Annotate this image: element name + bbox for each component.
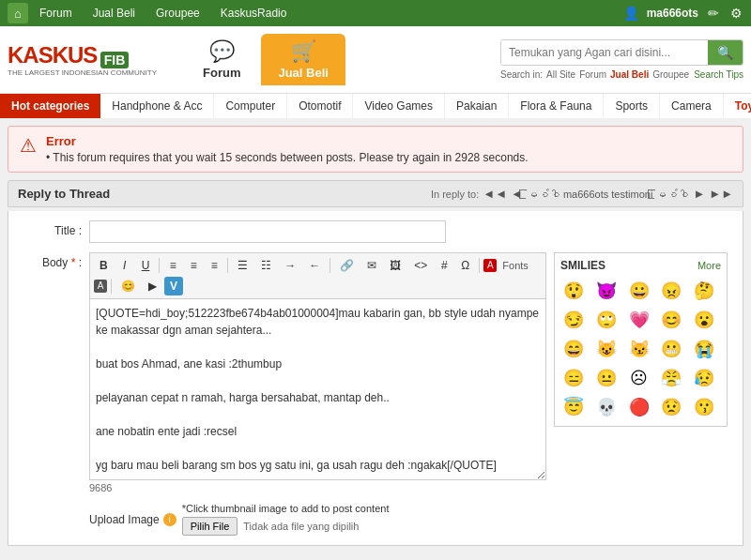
cat-videogames[interactable]: Video Games	[353, 94, 445, 118]
body-colon: :	[79, 256, 82, 269]
hash-button[interactable]: #	[435, 256, 453, 275]
nav-next-next[interactable]: ►►	[709, 187, 733, 201]
smiley-11[interactable]: 😄	[560, 336, 587, 362]
smilies-header: SMILIES More	[560, 259, 721, 272]
italic-button[interactable]: I	[115, 256, 134, 275]
search-area: 🔍 Search in: All Site Forum Jual Beli Gr…	[500, 39, 743, 80]
nav-prev-prev[interactable]: ◄◄	[483, 187, 507, 201]
search-forum[interactable]: Forum	[579, 69, 606, 80]
smiley-9[interactable]: 😊	[658, 307, 684, 333]
home-icon[interactable]: ⌂	[8, 3, 28, 23]
hot-categories-label: Hot categories	[0, 94, 100, 118]
smiley-24[interactable]: 😟	[658, 394, 684, 420]
align-left-button[interactable]: ≡	[163, 256, 182, 275]
smiley-21[interactable]: 😇	[560, 394, 587, 420]
top-navigation: ⌂ Forum Jual Beli Groupee KaskusRadio 👤 …	[0, 0, 751, 26]
smiley-4[interactable]: 😠	[658, 278, 684, 304]
upload-row: Upload Image i *Click thumbnail image to…	[89, 503, 728, 536]
smiley-15[interactable]: 😭	[691, 336, 717, 362]
smiley-insert-button[interactable]: 😊	[115, 277, 141, 295]
cat-camera[interactable]: Camera	[660, 94, 724, 118]
site-header: KASKUS FIB THE LARGEST INDONESIAN COMMUN…	[0, 26, 751, 94]
bold-button[interactable]: B	[94, 256, 114, 275]
user-avatar-icon: 👤	[624, 6, 639, 21]
search-jualbeli[interactable]: Jual Beli	[610, 69, 649, 80]
smilies-title: SMILIES	[560, 259, 605, 272]
error-title: Error	[46, 134, 529, 148]
smiley-6[interactable]: 😏	[560, 307, 587, 333]
forum-icon: 💬	[209, 39, 235, 64]
cat-computer[interactable]: Computer	[214, 94, 287, 118]
list-ul-button[interactable]: ☰	[232, 256, 253, 275]
align-center-button[interactable]: ≡	[184, 256, 203, 275]
search-input[interactable]	[501, 40, 708, 65]
no-file-label: Tidak ada file yang dipilih	[243, 521, 359, 532]
cat-pakaian[interactable]: Pakaian	[445, 94, 509, 118]
smiley-25[interactable]: 😗	[691, 394, 717, 420]
underline-button[interactable]: U	[136, 256, 156, 275]
image-button[interactable]: 🖼	[384, 256, 406, 275]
list-ol-button[interactable]: ☷	[255, 256, 277, 275]
choose-file-button[interactable]: Pilih File	[182, 517, 238, 536]
nav-prev[interactable]: ◄	[511, 187, 523, 201]
jualbeli-icon: 🛒	[291, 39, 316, 64]
code-button[interactable]: <>	[408, 256, 433, 275]
fonts-dropdown[interactable]: Fonts	[498, 258, 532, 273]
smiley-2[interactable]: 😈	[593, 278, 620, 304]
nav-kaskusradio[interactable]: KaskusRadio	[211, 5, 297, 22]
email-button[interactable]: ✉	[361, 256, 382, 275]
nav-next[interactable]: ►	[693, 187, 705, 201]
upload-label-text: Upload Image	[89, 513, 160, 526]
cat-flora[interactable]: Flora & Fauna	[509, 94, 604, 118]
upload-desc: *Click thumbnail image to add to post co…	[182, 503, 390, 514]
error-message-text: This forum requires that you wait 15 sec…	[53, 151, 528, 164]
smiley-1[interactable]: 😲	[560, 278, 587, 304]
cat-otomotif[interactable]: Otomotif	[287, 94, 353, 118]
title-input[interactable]	[89, 220, 446, 243]
smiley-8[interactable]: 💗	[626, 307, 652, 333]
search-button[interactable]: 🔍	[708, 40, 743, 65]
smiley-20[interactable]: 😥	[691, 365, 717, 391]
nav-forum[interactable]: Forum	[30, 5, 82, 22]
venmo-button[interactable]: V	[164, 277, 183, 295]
title-label: Title :	[23, 220, 89, 237]
edit-icon[interactable]: ✏	[706, 6, 721, 21]
smiley-3[interactable]: 😀	[626, 278, 652, 304]
smiley-5[interactable]: 🤔	[691, 278, 717, 304]
youtube-button[interactable]: ▶	[143, 277, 162, 295]
smiley-14[interactable]: 😬	[658, 336, 684, 362]
cat-sports[interactable]: Sports	[604, 94, 660, 118]
cat-handphone[interactable]: Handphone & Acc	[100, 94, 214, 118]
tab-jualbeli-label: Jual Beli	[278, 66, 328, 80]
tab-forum[interactable]: 💬 Forum	[186, 34, 257, 85]
top-nav-right: 👤 ma666ots ✏ ⚙	[624, 6, 743, 21]
search-tips-link[interactable]: Search Tips	[694, 69, 743, 80]
error-bar: ⚠ Error • This forum requires that you w…	[8, 126, 743, 173]
smiley-7[interactable]: 🙄	[593, 307, 620, 333]
toolbar-sep-4	[479, 258, 480, 273]
indent-button[interactable]: →	[279, 256, 301, 275]
body-editor[interactable]: [QUOTE=hdi_boy;512223fbe674b4ab01000004]…	[89, 298, 546, 480]
smiley-12[interactable]: 😺	[593, 336, 620, 362]
search-allsite[interactable]: All Site	[546, 69, 575, 80]
smiley-22[interactable]: 💀	[593, 394, 620, 420]
smilies-more-link[interactable]: More	[697, 260, 721, 271]
smiley-10[interactable]: 😮	[691, 307, 717, 333]
smiley-13[interactable]: 😼	[626, 336, 652, 362]
color-a-icon: A	[483, 259, 497, 272]
align-justify-button[interactable]: ≡	[205, 256, 223, 275]
smiley-16[interactable]: 😑	[560, 365, 587, 391]
settings-icon[interactable]: ⚙	[728, 6, 743, 21]
outdent-button[interactable]: ←	[303, 256, 326, 275]
nav-jualbeli[interactable]: Jual Beli	[84, 5, 145, 22]
link-button[interactable]: 🔗	[334, 256, 360, 275]
tab-jualbeli[interactable]: 🛒 Jual Beli	[261, 34, 345, 85]
nav-groupee[interactable]: Groupee	[146, 5, 209, 22]
smiley-18[interactable]: ☹	[626, 365, 652, 391]
smiley-17[interactable]: 😐	[593, 365, 620, 391]
cat-toys[interactable]: Toys	[724, 94, 751, 118]
search-groupee[interactable]: Groupee	[652, 69, 689, 80]
smiley-23[interactable]: 🔴	[626, 394, 652, 420]
special-button[interactable]: Ω	[455, 256, 475, 275]
smiley-19[interactable]: 😤	[658, 365, 684, 391]
